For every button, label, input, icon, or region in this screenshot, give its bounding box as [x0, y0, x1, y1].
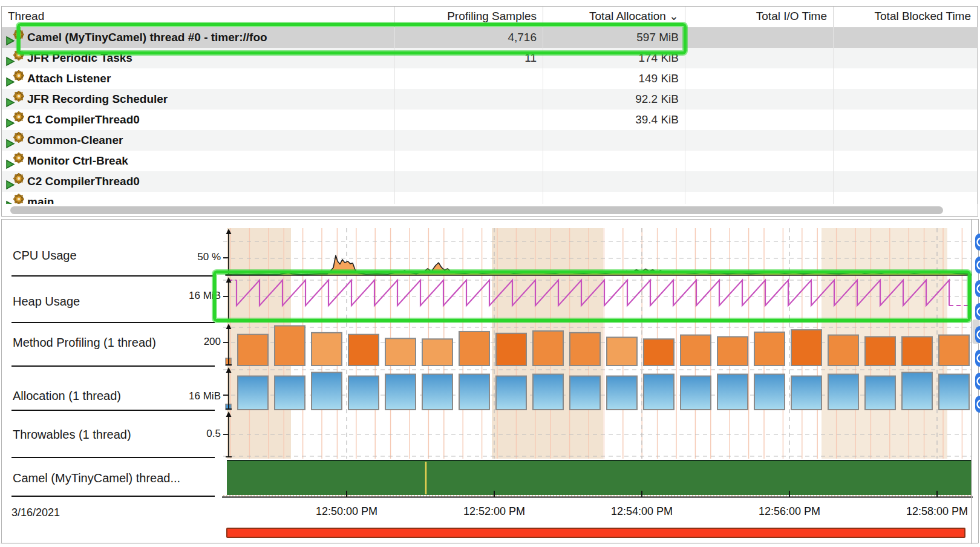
lane-tick-heap: 16 MiB	[142, 290, 221, 302]
cell-name: JFR Recording Scheduler	[2, 89, 395, 110]
cell-allocation	[543, 192, 685, 204]
cell-io_time	[685, 192, 834, 204]
method-profiling-bar[interactable]	[644, 339, 674, 365]
lane-tick-cpu: 50 %	[142, 251, 221, 263]
table-row[interactable]: main	[2, 192, 978, 204]
cell-blocked_time	[834, 130, 978, 151]
lane-label-camel-thread: Camel (MyTinyCamel) thread...	[13, 471, 180, 485]
table-row[interactable]: Monitor Ctrl-Break	[2, 151, 978, 171]
allocation-bar[interactable]	[717, 375, 748, 410]
cell-name: main	[2, 192, 395, 204]
method-profiling-bar[interactable]	[717, 337, 748, 366]
thread-table-header: ThreadProfiling SamplesTotal Allocation …	[2, 7, 978, 27]
method-profiling-bar[interactable]	[791, 330, 822, 365]
allocation-bar[interactable]	[459, 375, 489, 410]
cell-blocked_time	[834, 68, 978, 89]
cell-io_time	[685, 48, 834, 68]
lane-separator	[11, 410, 215, 411]
method-profiling-bar[interactable]	[385, 338, 416, 365]
column-header-thread[interactable]: Thread	[2, 7, 395, 27]
lane-tick-alloc: 16 MiB	[142, 390, 221, 402]
method-profiling-bar[interactable]	[828, 335, 858, 365]
method-profiling-bar[interactable]	[422, 339, 452, 365]
lane-separator	[11, 457, 215, 458]
allocation-bar[interactable]	[828, 375, 858, 410]
column-header-profiling-samples[interactable]: Profiling Samples	[395, 7, 543, 27]
allocation-bar[interactable]	[496, 376, 526, 410]
method-profiling-bar[interactable]	[902, 337, 932, 366]
cell-blocked_time	[834, 192, 978, 204]
table-row[interactable]: Attach Listener149 KiB	[2, 68, 978, 89]
cell-name: Common-Cleaner	[2, 130, 395, 151]
method-profiling-bar[interactable]	[570, 333, 600, 365]
allocation-bar[interactable]	[791, 376, 822, 410]
column-header-total-blocked-time[interactable]: Total Blocked Time	[834, 7, 978, 27]
method-profiling-bar[interactable]	[533, 331, 563, 365]
cell-name: C1 CompilerThread0	[2, 110, 395, 130]
method-profiling-bar[interactable]	[312, 333, 342, 365]
allocation-bar[interactable]	[681, 376, 711, 410]
method-profiling-bar[interactable]	[348, 335, 379, 365]
cell-allocation: 597 MiB	[543, 27, 685, 48]
allocation-bar[interactable]	[422, 375, 452, 410]
table-row[interactable]: Camel (MyTinyCamel) thread #0 - timer://…	[2, 27, 978, 48]
cell-blocked_time	[834, 151, 978, 171]
allocation-bar[interactable]	[644, 375, 674, 410]
table-row[interactable]: C1 CompilerThread039.4 KiB	[2, 110, 978, 130]
method-profiling-bar[interactable]	[496, 333, 526, 365]
table-horizontal-scrollbar-thumb[interactable]	[10, 206, 943, 214]
timeline-plot[interactable]	[1, 219, 980, 546]
lane-label-throwables: Throwables (1 thread)	[13, 428, 131, 442]
cell-io_time	[685, 151, 834, 171]
allocation-bar[interactable]	[275, 376, 305, 410]
timeline-range-scrollbar[interactable]	[227, 528, 965, 537]
cell-samples	[395, 151, 543, 171]
cell-blocked_time	[834, 110, 978, 130]
jfr-thread-profiling-view: ThreadProfiling SamplesTotal Allocation …	[0, 0, 980, 547]
lane-separator	[11, 365, 215, 367]
allocation-bar[interactable]	[533, 375, 563, 410]
cell-allocation	[543, 151, 685, 171]
allocation-bar[interactable]	[312, 373, 342, 410]
column-header-total-allocation[interactable]: Total Allocation ⌄	[543, 7, 685, 27]
allocation-bar[interactable]	[902, 373, 932, 410]
allocation-bar[interactable]	[865, 376, 895, 410]
time-axis-label: 12:50:00 PM	[295, 505, 398, 518]
cell-io_time	[685, 68, 834, 89]
method-profiling-bar[interactable]	[275, 326, 305, 365]
cell-blocked_time	[834, 48, 978, 68]
method-profiling-bar[interactable]	[754, 332, 785, 365]
allocation-bar[interactable]	[348, 376, 379, 410]
allocation-bar[interactable]	[754, 375, 785, 410]
cell-io_time	[685, 89, 834, 110]
allocation-bar[interactable]	[607, 376, 637, 410]
cell-samples: 11	[395, 48, 543, 68]
table-row[interactable]: Common-Cleaner	[2, 130, 978, 151]
cell-samples	[395, 68, 543, 89]
table-row[interactable]: JFR Periodic Tasks11174 KiB	[2, 48, 978, 68]
method-profiling-bar[interactable]	[607, 337, 637, 365]
allocation-bar[interactable]	[385, 375, 416, 410]
cell-blocked_time	[834, 27, 978, 48]
column-header-total-i-o-time[interactable]: Total I/O Time	[685, 7, 834, 27]
cell-name: Camel (MyTinyCamel) thread #0 - timer://…	[2, 27, 395, 48]
cell-samples	[395, 110, 543, 130]
method-profiling-bar[interactable]	[238, 335, 268, 365]
cell-io_time	[685, 171, 834, 192]
method-profiling-bar[interactable]	[681, 335, 711, 365]
timeline-chart-panel: CPU Usage 50 % Heap Usage 16 MiB Method …	[1, 219, 979, 543]
cell-allocation: 174 KiB	[543, 48, 685, 68]
thread-state-track[interactable]	[227, 461, 972, 495]
allocation-bar[interactable]	[238, 376, 268, 410]
method-profiling-bar[interactable]	[865, 337, 895, 366]
cell-name: JFR Periodic Tasks	[2, 48, 395, 68]
table-row[interactable]: C2 CompilerThread0	[2, 171, 978, 192]
lane-tick-method: 200	[142, 336, 221, 348]
cell-allocation	[543, 130, 685, 151]
allocation-bar[interactable]	[939, 375, 969, 410]
method-profiling-bar[interactable]	[459, 332, 489, 365]
method-profiling-bar[interactable]	[939, 335, 969, 365]
cell-samples: 4,716	[395, 27, 543, 48]
allocation-bar[interactable]	[570, 376, 600, 410]
table-row[interactable]: JFR Recording Scheduler92.2 KiB	[2, 89, 978, 110]
